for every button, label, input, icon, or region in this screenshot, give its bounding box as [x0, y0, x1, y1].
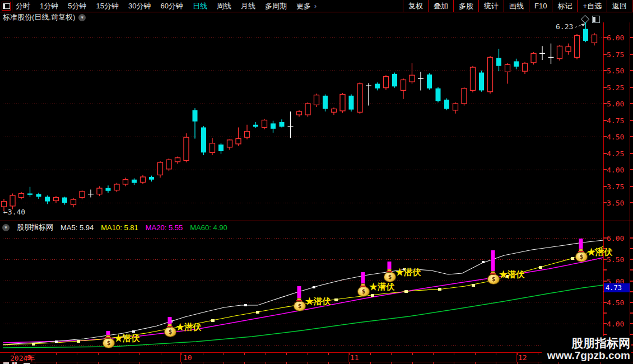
x-axis-tick [433, 353, 434, 355]
edge-axis-tick [630, 281, 633, 282]
main-axis-label: 4.00 [607, 166, 629, 174]
x-axis-tick [203, 353, 203, 355]
x-axis-tick [161, 353, 161, 355]
x-axis-tick [538, 353, 538, 355]
lower-axis-label: 4.50 [607, 298, 629, 307]
chart-canvas[interactable] [0, 0, 633, 364]
candle-down [271, 123, 276, 128]
candle-down [27, 193, 32, 194]
high-price-annotation: 6.23 [556, 22, 573, 31]
x-axis-month-divider [180, 352, 181, 362]
edge-axis-tick [630, 169, 633, 170]
edge-axis-tick [630, 37, 633, 38]
candle-up [175, 158, 180, 162]
main-axis-label: 3.75 [607, 183, 629, 191]
chart-right-border [603, 22, 604, 362]
candle-up [54, 198, 59, 201]
money-bag-icon: $ [357, 286, 370, 297]
candle-up [184, 137, 189, 160]
x-axis-tick [244, 353, 245, 355]
edge-axis-tick [630, 334, 633, 335]
ma5-marker [55, 340, 58, 343]
money-bag-icon: $ [103, 338, 115, 348]
ma-label: MA5: 5.94 [60, 223, 94, 232]
watermark: 股朋指标网 www.7gpzb.com [542, 336, 631, 362]
candle-down [132, 180, 137, 183]
signal-label: ★潜伏 [499, 270, 524, 279]
main-axis-label: 5.00 [607, 100, 629, 108]
candle-down [253, 125, 258, 127]
lower-axis-tick [603, 269, 607, 270]
annotation-arrowhead [581, 24, 585, 26]
indicator-line-ma60 [3, 285, 603, 348]
candle-up [71, 199, 76, 204]
main-axis-label: 5.50 [607, 67, 629, 75]
candle-up [557, 46, 562, 58]
candle-up [80, 192, 85, 198]
edge-axis-tick [630, 103, 633, 104]
candle-down [149, 177, 154, 180]
edge-axis-tick [630, 136, 633, 137]
candle-down [106, 188, 111, 191]
candle-up [227, 140, 232, 147]
lower-axis-tick [603, 334, 607, 335]
candle-down [583, 29, 588, 41]
x-axis-tick [139, 353, 140, 355]
lower-axis-label: 6.00 [607, 234, 629, 242]
candle-up [314, 95, 319, 105]
main-axis-label: 4.25 [607, 150, 629, 158]
x-axis-tick [496, 353, 496, 355]
main-axis-tick [603, 169, 607, 170]
ma10-marker [334, 298, 338, 301]
edge-axis-tick [630, 291, 633, 292]
candle-up [357, 84, 362, 113]
main-axis-label: 5.75 [607, 50, 629, 59]
x-axis-month-label: 10 [183, 353, 192, 362]
low-price-annotation: ←3.40 [3, 208, 25, 216]
indicator-collapse-icon[interactable]: ▾ [2, 224, 10, 231]
x-axis-tick [370, 353, 371, 355]
x-axis-tick [98, 353, 99, 355]
ma5-marker [244, 304, 247, 306]
candle-up [409, 75, 415, 82]
money-bag-icon: $ [575, 251, 588, 262]
main-axis-tick [603, 202, 607, 203]
main-axis-tick [603, 153, 607, 154]
x-axis-tick [77, 353, 77, 355]
indicator-header: ▾ 股朋指标网 MA5: 5.94MA10: 5.81MA20: 5.55MA6… [2, 223, 227, 232]
edge-axis-tick [630, 259, 633, 260]
candle-up [236, 139, 241, 144]
ma5-marker [132, 330, 135, 333]
x-axis-month-label: 11 [350, 353, 359, 362]
main-axis-label: 3.50 [607, 199, 629, 207]
candle-up [141, 177, 146, 182]
latest-value-badge: 4.73 [604, 283, 630, 292]
candle-down [218, 144, 224, 151]
x-axis-tick [266, 353, 266, 355]
candle-up [245, 132, 250, 138]
signal-label: ★潜伏 [395, 268, 421, 277]
edge-axis-tick [630, 323, 633, 324]
stock-trading-app: 分时 1分钟 5分钟 15分钟 30分钟 60分钟 日线 周线 月线 多周期 更… [0, 0, 633, 364]
x-axis-month-label: 9 [27, 353, 31, 362]
x-axis-tick [454, 353, 454, 355]
lower-axis-tick [603, 323, 607, 324]
x-axis-tick [56, 353, 57, 355]
watermark-site: 股朋指标网 [547, 337, 630, 349]
x-axis-tick [391, 353, 392, 355]
x-axis-month-divider [348, 352, 348, 362]
money-bag-icon: $ [294, 301, 306, 311]
candle-up [592, 35, 597, 43]
candle-down [45, 197, 50, 201]
ma10-marker [371, 294, 374, 297]
panel-divider [0, 221, 633, 221]
ma10-marker [472, 284, 475, 287]
main-axis-tick [603, 103, 607, 104]
main-axis-label: 4.50 [607, 133, 629, 141]
money-bag-icon: $ [487, 274, 500, 284]
candle-down [479, 73, 484, 91]
candle-down [193, 110, 198, 122]
lower-axis-tick [603, 302, 607, 303]
ma10-marker [256, 311, 259, 314]
watermark-url: www.7gpzb.com [547, 349, 630, 361]
